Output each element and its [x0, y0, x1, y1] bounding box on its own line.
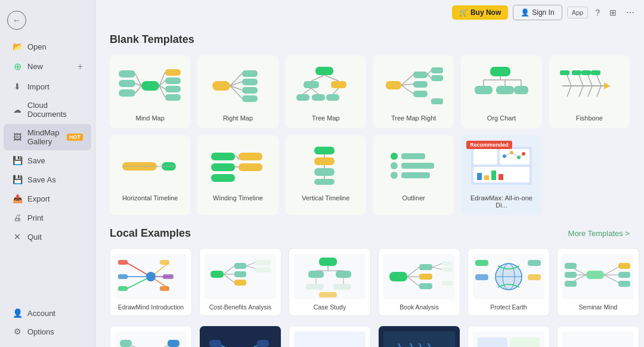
example-extra-2[interactable]	[199, 326, 281, 347]
example-cost-benefits[interactable]: Cost-Benefits Analysis	[199, 248, 281, 316]
sidebar: ← 📂 Open ⊕ New + ⬇ Import ☁ Cloud Docume…	[0, 0, 95, 347]
print-icon: 🖨	[12, 213, 23, 222]
sidebar-label: MindMap Gallery	[27, 128, 61, 146]
quit-icon: ✕	[12, 232, 23, 241]
local-examples-header: Local Examples More Templates >	[110, 227, 630, 240]
example-preview	[383, 331, 455, 347]
more-icon[interactable]: ⋯	[624, 7, 637, 18]
example-label: Cost-Benefits Analysis	[209, 303, 271, 311]
sidebar-item-import[interactable]: ⬇ Import	[4, 78, 91, 95]
example-seminar-mind[interactable]: Seminar Mind	[557, 248, 639, 316]
example-preview	[473, 331, 544, 347]
local-examples-title: Local Examples	[110, 227, 191, 240]
sidebar-item-quit[interactable]: ✕ Quit	[4, 228, 91, 246]
sidebar-item-new[interactable]: ⊕ New +	[4, 57, 91, 76]
svg-rect-29	[326, 94, 339, 101]
blank-templates-grid: Mind Map Right Map	[110, 55, 630, 215]
template-winding-timeline[interactable]: Winding Timeline	[197, 135, 278, 215]
template-label: Mind Map	[136, 114, 165, 122]
template-horizontal-timeline[interactable]: Horizontal Timeline	[110, 135, 190, 215]
svg-line-45	[428, 70, 431, 75]
example-preview	[562, 253, 634, 300]
example-edrawmind-intro[interactable]: EdrawMind Introduction	[110, 248, 192, 316]
sidebar-bottom: 👤 Account ⚙ Options	[0, 303, 95, 341]
sign-in-button[interactable]: 👤 Sign In	[513, 5, 562, 20]
sidebar-item-cloud[interactable]: ☁ Cloud Documents	[4, 97, 91, 123]
template-right-map[interactable]: Right Map	[197, 55, 278, 128]
example-case-study[interactable]: Case Study	[289, 248, 371, 316]
example-extra-4[interactable]	[378, 326, 460, 347]
example-preview	[294, 331, 366, 347]
svg-rect-148	[419, 283, 432, 289]
svg-rect-138	[306, 284, 324, 290]
example-extra-6[interactable]	[557, 326, 639, 347]
help-icon[interactable]: ?	[593, 7, 602, 18]
example-extra-3[interactable]	[289, 326, 371, 347]
svg-rect-38	[413, 91, 428, 97]
more-templates-link[interactable]: More Templates >	[568, 229, 630, 238]
sidebar-item-open[interactable]: 📂 Open	[4, 38, 91, 55]
app-button[interactable]: App	[567, 7, 589, 18]
svg-rect-111	[118, 260, 128, 265]
example-extra-1[interactable]	[110, 326, 192, 347]
template-label: Tree Map Right	[391, 114, 436, 122]
svg-rect-153	[442, 281, 453, 286]
sidebar-item-export[interactable]: 📤 Export	[4, 190, 91, 207]
horizontal-timeline-preview	[116, 142, 184, 190]
local-examples-grid: EdrawMind Introduction	[110, 248, 630, 316]
svg-rect-112	[118, 274, 128, 279]
svg-rect-113	[118, 286, 128, 291]
sidebar-item-account[interactable]: 👤 Account	[4, 304, 91, 322]
vertical-timeline-preview	[292, 142, 360, 190]
example-preview	[115, 331, 187, 347]
sidebar-item-options[interactable]: ⚙ Options	[4, 323, 91, 340]
back-button[interactable]: ←	[7, 11, 26, 30]
svg-rect-86	[401, 153, 425, 159]
example-book-analysis[interactable]: Book Analysis	[378, 248, 460, 316]
svg-line-30	[311, 75, 324, 81]
example-label: Seminar Mind	[579, 303, 618, 311]
svg-rect-139	[333, 284, 351, 290]
example-extra-5[interactable]	[467, 326, 550, 347]
svg-rect-69	[591, 70, 600, 75]
svg-line-46	[428, 75, 431, 78]
template-tree-map-right[interactable]: Tree Map Right	[373, 55, 454, 128]
sidebar-label: Export	[27, 194, 83, 203]
buy-now-button[interactable]: 🛒 Buy Now	[452, 5, 508, 20]
grid-icon[interactable]: ⊞	[607, 7, 619, 18]
svg-rect-127	[255, 260, 271, 265]
mind-map-preview	[116, 62, 184, 110]
svg-rect-95	[477, 173, 482, 180]
svg-rect-28	[312, 94, 325, 101]
edrawmax-preview	[467, 142, 535, 190]
svg-rect-26	[331, 81, 346, 88]
svg-rect-88	[401, 163, 434, 169]
sidebar-item-save[interactable]: 💾 Save	[4, 151, 91, 169]
template-tree-map[interactable]: Tree Map	[286, 55, 366, 128]
svg-rect-16	[242, 70, 258, 77]
template-fishbone[interactable]: Fishbone	[549, 55, 630, 128]
svg-rect-81	[314, 179, 335, 185]
template-label: Vertical Timeline	[302, 194, 349, 202]
svg-rect-27	[296, 94, 309, 101]
svg-line-10	[135, 86, 141, 93]
template-outliner[interactable]: Outliner	[373, 135, 454, 215]
template-edrawmax[interactable]: Recommended	[461, 135, 541, 215]
svg-rect-164	[586, 271, 604, 279]
svg-line-32	[303, 88, 311, 94]
svg-rect-147	[419, 274, 432, 280]
example-protect-earth[interactable]: Protect Earth	[467, 248, 550, 316]
template-org-chart[interactable]: Org Chart	[461, 55, 541, 128]
template-label: Winding Timeline	[213, 194, 263, 202]
sidebar-item-mindmap[interactable]: 🖼 MindMap Gallery HOT	[4, 124, 91, 150]
template-vertical-timeline[interactable]: Vertical Timeline	[286, 135, 366, 215]
sidebar-item-saveas[interactable]: 💾 Save As	[4, 171, 91, 188]
svg-rect-116	[160, 286, 169, 291]
svg-rect-211	[562, 331, 634, 347]
sidebar-label: Save As	[27, 175, 83, 184]
template-mind-map[interactable]: Mind Map	[110, 55, 190, 128]
svg-rect-96	[484, 175, 489, 180]
sidebar-item-print[interactable]: 🖨 Print	[4, 209, 91, 227]
svg-line-58	[567, 75, 571, 86]
svg-rect-152	[442, 267, 453, 272]
